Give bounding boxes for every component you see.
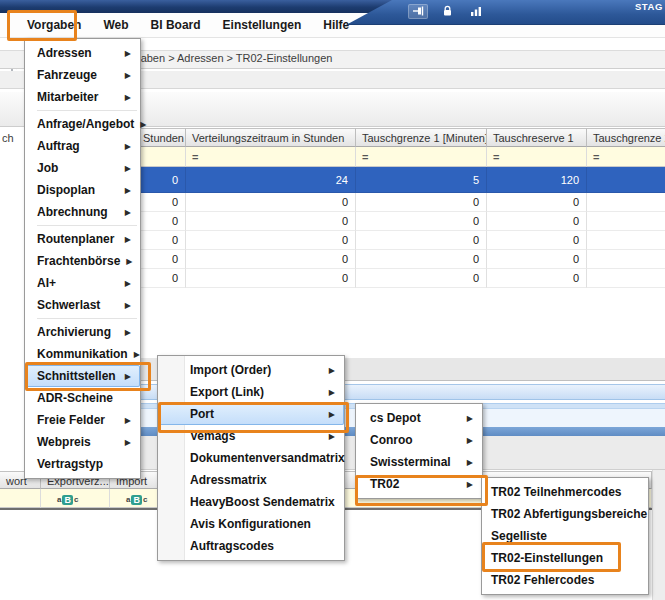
submenu-arrow-icon: ▶ <box>125 372 131 381</box>
menu-item-port[interactable]: Port▶ <box>158 403 344 425</box>
menu-item-ai-plus[interactable]: AI+▶ <box>25 272 140 294</box>
menu-item-adressmatrix[interactable]: Adressmatrix <box>158 469 344 491</box>
column-header-stunden[interactable]: Stunden <box>137 128 186 147</box>
submenu-arrow-icon: ▶ <box>329 388 335 397</box>
submenu-arrow-icon: ▶ <box>467 436 473 445</box>
menu-item-schwerlast[interactable]: Schwerlast▶ <box>25 294 140 316</box>
menu-item-vertragstyp[interactable]: Vertragstyp <box>25 453 140 475</box>
clipped-text-fragment: ch <box>2 132 14 144</box>
menu-item-tr02-einstellungen[interactable]: TR02-Einstellungen <box>482 547 648 569</box>
submenu-arrow-icon: ▶ <box>125 438 131 447</box>
menu-item-kommunikation[interactable]: Kommunikation▶ <box>25 343 140 365</box>
menu-schnittstellen: Import (Order)▶ Export (Link)▶ Port▶ Vem… <box>157 355 345 561</box>
menu-item-auftragscodes[interactable]: Auftragscodes <box>158 535 344 557</box>
filter-cell-equals[interactable]: = <box>487 147 587 167</box>
submenu-arrow-icon: ▶ <box>125 164 131 173</box>
menubar-item-hilfe[interactable]: Hilfe <box>312 13 360 38</box>
filter-cell-abc[interactable]: aBc <box>41 489 110 508</box>
menu-tr02: TR02 Teilnehmercodes TR02 Abfertigungsbe… <box>481 477 649 595</box>
menu-item-export-link[interactable]: Export (Link)▶ <box>158 381 344 403</box>
brand-label: STAG <box>635 1 663 12</box>
submenu-arrow-icon: ▶ <box>125 279 131 288</box>
breadcrumb[interactable]: Vorgaben > Adressen > TR02-Einstellungen <box>118 52 332 64</box>
filter-cell-equals[interactable]: = <box>587 147 665 167</box>
submenu-arrow-icon: ▶ <box>134 350 140 359</box>
submenu-arrow-icon: ▶ <box>467 458 473 467</box>
submenu-arrow-icon: ▶ <box>125 416 131 425</box>
menu-item-anfrage-angebot[interactable]: Anfrage/Angebot▶ <box>25 113 140 135</box>
filter-cell-equals[interactable]: = <box>356 147 487 167</box>
submenu-arrow-icon: ▶ <box>125 328 131 337</box>
column-header-tauschgrenze-2[interactable]: Tauschgrenze 2 <box>587 128 665 147</box>
submenu-arrow-icon: ▶ <box>467 414 473 423</box>
menu-port: cs Depot▶ Conroo▶ Swissterminal▶ TR02▶ <box>355 403 483 499</box>
submenu-arrow-icon: ▶ <box>329 366 335 375</box>
column-header-tauschreserve-1[interactable]: Tauschreserve 1 <box>487 128 587 147</box>
menu-item-tr02[interactable]: TR02▶ <box>356 473 482 495</box>
menu-item-mitarbeiter[interactable]: Mitarbeiter▶ <box>25 86 140 108</box>
submenu-arrow-icon: ▶ <box>126 257 132 266</box>
dock-tab-buttons <box>408 3 486 19</box>
filter-cell-equals[interactable]: = <box>186 147 356 167</box>
menu-item-cs-depot[interactable]: cs Depot▶ <box>356 407 482 429</box>
menu-item-auftrag[interactable]: Auftrag▶ <box>25 135 140 157</box>
table-row[interactable]: 0 0 0 0 <box>88 212 665 231</box>
table-row[interactable]: 0 0 0 0 <box>88 231 665 250</box>
menu-item-archivierung[interactable]: Archivierung▶ <box>25 321 140 343</box>
table-row[interactable]: 0 0 0 0 <box>88 250 665 269</box>
submenu-arrow-icon: ▶ <box>125 93 131 102</box>
menu-item-swissterminal[interactable]: Swissterminal▶ <box>356 451 482 473</box>
menu-item-schnittstellen[interactable]: Schnittstellen▶ <box>25 365 140 387</box>
menu-item-frachtenboerse[interactable]: Frachtenbörse▶ <box>25 250 140 272</box>
menubar-item-web[interactable]: Web <box>92 13 139 38</box>
menu-vorgaben: Adressen▶ Fahrzeuge▶ Mitarbeiter▶ Anfrag… <box>24 38 141 479</box>
menu-item-tr02-abfertigungsbereiche[interactable]: TR02 Abfertigungsbereiche <box>482 503 648 525</box>
submenu-arrow-icon: ▶ <box>125 142 131 151</box>
menu-item-dokumentenversandmatrix[interactable]: Dokumentenversandmatrix <box>158 447 344 469</box>
submenu-arrow-icon: ▶ <box>125 186 131 195</box>
menu-item-avis-konfigurationen[interactable]: Avis Konfigurationen <box>158 513 344 535</box>
menu-item-tr02-fehlercodes[interactable]: TR02 Fehlercodes <box>482 569 648 591</box>
lock-icon[interactable] <box>437 4 457 19</box>
filter-cell[interactable] <box>137 147 186 167</box>
menubar-item-vorgaben[interactable]: Vorgaben <box>16 13 92 38</box>
menu-separator <box>37 110 137 111</box>
menu-item-vemags[interactable]: Vemags▶ <box>158 425 344 447</box>
menu-separator <box>37 225 137 226</box>
menu-item-freie-felder[interactable]: Freie Felder▶ <box>25 409 140 431</box>
menubar-item-bi-board[interactable]: BI Board <box>140 13 212 38</box>
menu-item-routenplaner[interactable]: Routenplaner▶ <box>25 228 140 250</box>
menu-item-fahrzeuge[interactable]: Fahrzeuge▶ <box>25 64 140 86</box>
menu-item-abrechnung[interactable]: Abrechnung▶ <box>25 201 140 223</box>
menu-item-conroo[interactable]: Conroo▶ <box>356 429 482 451</box>
menu-item-import-order[interactable]: Import (Order)▶ <box>158 359 344 381</box>
submenu-arrow-icon: ▶ <box>329 432 335 441</box>
menu-item-tr02-teilnehmercodes[interactable]: TR02 Teilnehmercodes <box>482 481 648 503</box>
text-filter-icon: aBc <box>126 495 147 505</box>
submenu-arrow-icon: ▶ <box>140 120 146 129</box>
submenu-arrow-icon: ▶ <box>467 480 473 489</box>
submenu-arrow-icon: ▶ <box>125 71 131 80</box>
pin-icon[interactable] <box>408 4 428 19</box>
menu-item-dispoplan[interactable]: Dispoplan▶ <box>25 179 140 201</box>
menu-item-webpreis[interactable]: Webpreis▶ <box>25 431 140 453</box>
stats-icon[interactable] <box>466 4 486 19</box>
table-row-selected[interactable]: 0 24 5 120 <box>88 167 665 193</box>
filter-cell[interactable] <box>0 489 41 508</box>
table-row[interactable]: 0 0 0 0 <box>88 193 665 212</box>
column-header-tauschgrenze-1[interactable]: Tauschgrenze 1 [Minuten] <box>356 128 487 147</box>
menu-item-adr-scheine[interactable]: ADR-Scheine <box>25 387 140 409</box>
dock-tab <box>346 0 665 25</box>
submenu-arrow-icon: ▶ <box>125 235 131 244</box>
grid-header-row: Stunden Verteilungszeitraum in Stunden T… <box>88 128 665 147</box>
menu-item-segelliste[interactable]: Segelliste <box>482 525 648 547</box>
menu-item-adressen[interactable]: Adressen▶ <box>25 42 140 64</box>
menu-item-heavyboost-sendematrix[interactable]: HeavyBoost Sendematrix <box>158 491 344 513</box>
scrollbar-track[interactable] <box>652 470 665 600</box>
menubar-item-einstellungen[interactable]: Einstellungen <box>212 13 313 38</box>
menu-item-job[interactable]: Job▶ <box>25 157 140 179</box>
submenu-arrow-icon: ▶ <box>125 49 131 58</box>
table-row[interactable]: 0 0 0 0 <box>88 269 665 288</box>
column-header-verteilungszeitraum[interactable]: Verteilungszeitraum in Stunden <box>186 128 356 147</box>
text-filter-icon: aBc <box>57 495 78 505</box>
